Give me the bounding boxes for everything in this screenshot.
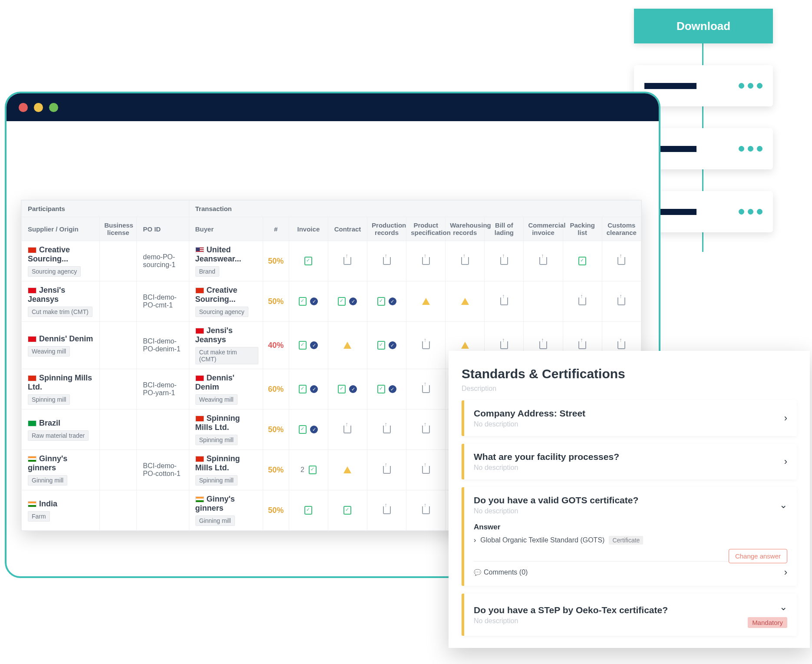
col-pct[interactable]: # (263, 217, 289, 241)
table-row[interactable]: Jensi's JeansysCut make trim (CMT)BCI-de… (22, 281, 641, 322)
upload-icon[interactable] (422, 506, 430, 514)
upload-icon[interactable] (578, 297, 586, 305)
doc-cell[interactable] (563, 281, 602, 322)
doc-cell[interactable] (289, 241, 328, 281)
doc-cell[interactable] (406, 369, 446, 410)
col-supplier[interactable]: Supplier / Origin (22, 217, 100, 241)
doc-cell[interactable] (406, 241, 446, 281)
doc-cell[interactable] (563, 241, 602, 281)
doc-cell[interactable] (367, 322, 406, 369)
document-ok-icon[interactable] (578, 257, 586, 265)
doc-cell[interactable] (367, 241, 406, 281)
document-ok-icon[interactable] (338, 385, 346, 393)
doc-cell[interactable] (406, 322, 446, 369)
upload-icon[interactable] (539, 257, 547, 265)
upload-icon[interactable] (422, 341, 430, 349)
doc-cell[interactable] (367, 369, 406, 410)
col-bill-of-lading[interactable]: Bill of lading (485, 217, 524, 241)
doc-cell[interactable] (446, 241, 485, 281)
upload-icon[interactable] (422, 385, 430, 393)
doc-cell[interactable] (328, 322, 367, 369)
document-ok-icon[interactable] (299, 385, 307, 393)
document-ok-icon[interactable] (338, 297, 346, 306)
comments-toggle[interactable]: Comments (0) (474, 568, 528, 576)
col-po-id[interactable]: PO ID (137, 217, 189, 241)
col-contract[interactable]: Contract (328, 217, 367, 241)
upload-icon[interactable] (343, 257, 351, 265)
chevron-right-icon[interactable] (784, 567, 787, 578)
upload-icon[interactable] (422, 257, 430, 265)
doc-cell[interactable] (485, 241, 524, 281)
upload-icon[interactable] (383, 426, 391, 433)
doc-cell[interactable] (289, 322, 328, 369)
doc-cell[interactable] (406, 281, 446, 322)
document-ok-icon[interactable] (299, 297, 307, 306)
document-ok-icon[interactable] (343, 506, 351, 515)
chevron-right-icon[interactable] (784, 413, 787, 424)
doc-cell[interactable] (367, 490, 406, 531)
chevron-right-icon[interactable] (784, 456, 787, 467)
doc-cell[interactable] (524, 241, 563, 281)
document-ok-icon[interactable] (309, 466, 317, 474)
upload-icon[interactable] (422, 466, 430, 474)
upload-icon[interactable] (500, 297, 508, 305)
upload-icon[interactable] (500, 341, 508, 349)
download-button[interactable]: Download (634, 9, 773, 43)
chevron-down-icon[interactable] (779, 601, 787, 613)
col-customs-clearance[interactable]: Customs clearance (602, 217, 641, 241)
doc-cell[interactable] (328, 410, 367, 450)
answer-row[interactable]: Global Organic Textile Standard (GOTS) C… (474, 536, 787, 545)
question-block[interactable]: What are your facility processes? No des… (462, 444, 797, 479)
doc-cell[interactable] (367, 410, 406, 450)
upload-icon[interactable] (422, 426, 430, 433)
upload-icon[interactable] (578, 341, 586, 349)
more-icon[interactable] (739, 83, 762, 89)
document-ok-icon[interactable] (304, 506, 312, 515)
change-answer-button[interactable]: Change answer (729, 549, 787, 563)
document-ok-icon[interactable] (299, 341, 307, 350)
doc-cell[interactable] (406, 450, 446, 490)
question-block[interactable]: Company Address: Street No description (462, 400, 797, 436)
upload-icon[interactable] (383, 506, 391, 514)
more-icon[interactable] (739, 209, 762, 215)
document-ok-icon[interactable] (304, 257, 312, 265)
doc-cell[interactable]: 2 (289, 450, 328, 490)
doc-cell[interactable] (602, 281, 641, 322)
document-ok-icon[interactable] (377, 297, 385, 306)
warning-icon[interactable] (461, 342, 469, 349)
traffic-light-close[interactable] (19, 103, 28, 112)
doc-cell[interactable] (289, 490, 328, 531)
document-ok-icon[interactable] (377, 341, 385, 350)
doc-cell[interactable] (328, 490, 367, 531)
warning-icon[interactable] (343, 342, 351, 349)
doc-cell[interactable] (406, 410, 446, 450)
table-row[interactable]: Creative Sourcing...Sourcing agencydemo-… (22, 241, 641, 281)
doc-cell[interactable] (328, 241, 367, 281)
question-block[interactable]: Do you have a STeP by Oeko-Tex certifica… (462, 594, 797, 636)
col-production-records[interactable]: Production records (367, 217, 406, 241)
upload-icon[interactable] (500, 257, 508, 265)
document-ok-icon[interactable] (299, 425, 307, 434)
doc-cell[interactable] (289, 281, 328, 322)
upload-icon[interactable] (617, 257, 625, 265)
doc-cell[interactable] (602, 241, 641, 281)
doc-cell[interactable] (367, 281, 406, 322)
doc-cell[interactable] (328, 450, 367, 490)
chevron-down-icon[interactable] (779, 499, 787, 511)
warning-icon[interactable] (461, 298, 469, 305)
doc-cell[interactable] (328, 281, 367, 322)
col-business-license[interactable]: Business license (100, 217, 137, 241)
upload-icon[interactable] (617, 297, 625, 305)
doc-cell[interactable] (485, 281, 524, 322)
document-ok-icon[interactable] (377, 385, 385, 393)
traffic-light-min[interactable] (34, 103, 43, 112)
col-invoice[interactable]: Invoice (289, 217, 328, 241)
traffic-light-max[interactable] (49, 103, 58, 112)
doc-cell[interactable] (328, 369, 367, 410)
col-packing-list[interactable]: Packing list (563, 217, 602, 241)
upload-icon[interactable] (539, 341, 547, 349)
doc-cell[interactable] (446, 281, 485, 322)
upload-icon[interactable] (617, 341, 625, 349)
col-buyer[interactable]: Buyer (189, 217, 263, 241)
doc-cell[interactable] (289, 410, 328, 450)
